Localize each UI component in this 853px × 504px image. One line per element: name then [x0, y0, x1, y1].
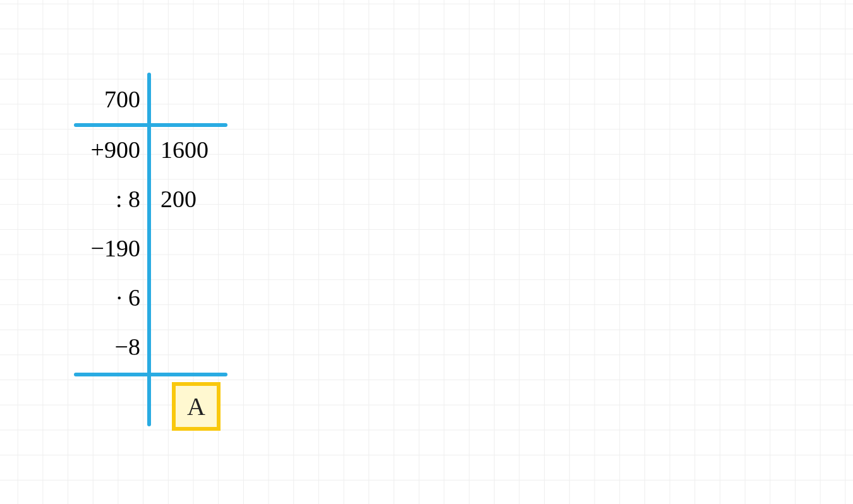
res-1: 1600: [160, 136, 243, 164]
res-2: 200: [160, 185, 243, 213]
answer-box: A: [172, 382, 221, 431]
start-value: 700: [58, 85, 140, 113]
op-5: −8: [58, 333, 140, 361]
divider-top: [74, 123, 227, 127]
answer-label: A: [187, 392, 205, 421]
op-2: : 8: [58, 185, 140, 213]
diagram-canvas: 700 +900 1600 : 8 200 −190 · 6 −8 A: [0, 0, 853, 504]
op-1: +900: [58, 136, 140, 164]
op-4: · 6: [58, 284, 140, 311]
op-3: −190: [58, 234, 140, 262]
divider-bottom: [74, 373, 227, 376]
